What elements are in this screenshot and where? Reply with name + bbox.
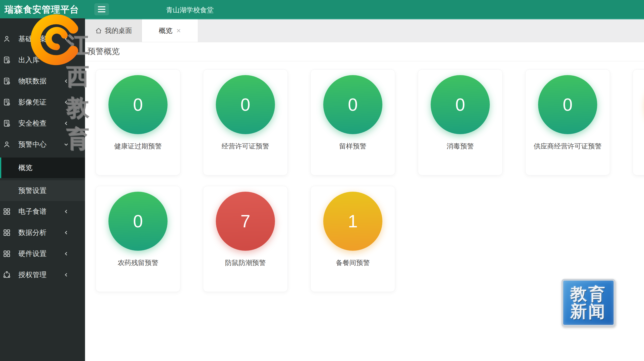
tab-label: 我的桌面	[105, 26, 132, 35]
warning-card-备餐间预警[interactable]: 1备餐间预警	[310, 186, 395, 292]
sidebar-item-label: 授权管理	[18, 270, 47, 280]
warning-card-label: 健康证过期预警	[114, 142, 162, 151]
sidebar-item-5[interactable]: 预警中心	[0, 134, 85, 155]
sidebar-item-label: 预警中心	[18, 140, 47, 149]
chevron-left-icon	[63, 229, 69, 236]
warning-count-circle: 0	[216, 75, 275, 134]
chevron-down-icon	[63, 141, 69, 148]
warning-cards-row-2: 0农药残留预警7防鼠防潮预警1备餐间预警	[85, 186, 644, 292]
hamburger-menu-icon[interactable]	[94, 3, 109, 15]
sidebar-item-label: 物联数据	[18, 76, 47, 86]
sidebar-item-label: 数据分析	[18, 228, 47, 237]
warning-card-留样预警[interactable]: 0留样预警	[310, 69, 395, 175]
canteen-name: 青山湖学校食堂	[166, 6, 214, 15]
warning-card-label: 备餐间预警	[336, 258, 370, 267]
warning-count: 0	[240, 95, 250, 115]
chevron-left-icon	[63, 208, 69, 215]
badge-line1: 教育	[570, 285, 607, 303]
warning-count-circle: 0	[431, 75, 490, 134]
warning-card-partial[interactable]	[633, 69, 644, 175]
warning-count: 0	[133, 211, 143, 231]
warning-card-label: 农药残留预警	[118, 258, 158, 267]
sidebar-item-1[interactable]: 出入库	[0, 49, 85, 71]
main-content: 预警概览 0健康证过期预警0经营许可证预警0留样预警0消毒预警0供应商经营许可证…	[85, 41, 644, 361]
warning-count: 1	[348, 211, 358, 231]
sidebar-item-0[interactable]: 基础档案	[0, 28, 85, 49]
share-icon	[3, 271, 11, 279]
warning-card-农药残留预警[interactable]: 0农药残留预警	[96, 186, 180, 292]
tab-bar: 我的桌面概览×	[85, 18, 644, 42]
warning-count-circle: 0	[538, 75, 597, 134]
grid-icon	[3, 249, 11, 258]
sidebar: 基础档案出入库物联数据影像凭证安全检查预警中心概览预警设置电子食谱数据分析硬件设…	[0, 18, 85, 361]
sidebar-subitem-概览[interactable]: 概览	[0, 158, 85, 178]
warning-card-供应商经营许可证预警[interactable]: 0供应商经营许可证预警	[525, 69, 610, 175]
sidebar-subitem-预警设置[interactable]: 预警设置	[0, 180, 85, 201]
sidebar-item-label: 安全检查	[18, 119, 47, 128]
warning-card-健康证过期预警[interactable]: 0健康证过期预警	[96, 69, 180, 175]
chevron-left-icon	[63, 272, 69, 278]
close-icon[interactable]: ×	[176, 26, 181, 35]
grid-icon	[3, 207, 11, 216]
doc-icon	[3, 98, 11, 107]
home-icon	[95, 27, 102, 34]
sidebar-subitem-label: 概览	[18, 163, 32, 173]
warning-card-label: 消毒预警	[447, 142, 474, 151]
doc-icon	[3, 119, 11, 128]
sidebar-item-label: 影像凭证	[18, 97, 47, 107]
chevron-left-icon	[63, 99, 69, 106]
badge-line2: 新闻	[570, 303, 607, 320]
sidebar-item-8[interactable]: 硬件设置	[0, 243, 85, 264]
app-title: 瑞森食安管理平台	[5, 4, 79, 16]
warning-count-circle: 0	[108, 75, 168, 134]
sidebar-item-6[interactable]: 电子食谱	[0, 201, 85, 222]
warning-card-label: 供应商经营许可证预警	[534, 142, 602, 151]
sidebar-item-2[interactable]: 物联数据	[0, 71, 85, 92]
tab-概览[interactable]: 概览×	[142, 19, 198, 42]
warning-card-经营许可证预警[interactable]: 0经营许可证预警	[203, 69, 288, 175]
sidebar-item-3[interactable]: 影像凭证	[0, 92, 85, 113]
title-divider	[85, 61, 644, 61]
warning-count-circle: 0	[108, 192, 168, 251]
tab-我的桌面[interactable]: 我的桌面	[85, 19, 142, 42]
sidebar-item-label: 基础档案	[18, 34, 47, 44]
sidebar-item-9[interactable]: 授权管理	[0, 264, 85, 285]
chevron-left-icon	[63, 57, 69, 63]
sidebar-item-label: 电子食谱	[18, 207, 47, 216]
warning-card-label: 经营许可证预警	[222, 142, 269, 151]
grid-icon	[3, 228, 11, 237]
warning-card-防鼠防潮预警[interactable]: 7防鼠防潮预警	[203, 186, 288, 292]
warning-count-circle: 0	[323, 75, 382, 134]
chevron-left-icon	[63, 36, 69, 42]
warning-count: 0	[455, 95, 465, 115]
warning-card-label: 留样预警	[339, 142, 367, 151]
education-news-badge: 教育 新闻	[561, 279, 615, 327]
doc-icon	[3, 56, 11, 64]
doc-icon	[3, 77, 11, 85]
warning-card-label: 防鼠防潮预警	[225, 258, 266, 267]
sidebar-subitem-label: 预警设置	[18, 186, 47, 195]
user-icon	[3, 140, 11, 149]
sidebar-item-7[interactable]: 数据分析	[0, 222, 85, 243]
warning-cards-row-1: 0健康证过期预警0经营许可证预警0留样预警0消毒预警0供应商经营许可证预警	[85, 69, 644, 175]
chevron-left-icon	[63, 250, 69, 257]
chevron-left-icon	[63, 78, 69, 84]
warning-count: 0	[563, 95, 573, 115]
sidebar-item-label: 硬件设置	[18, 249, 47, 259]
warning-count: 0	[348, 95, 358, 115]
tab-label: 概览	[159, 26, 172, 35]
sidebar-item-label: 出入库	[18, 55, 39, 65]
warning-count: 7	[240, 211, 250, 231]
warning-card-消毒预警[interactable]: 0消毒预警	[418, 69, 503, 175]
chevron-left-icon	[63, 120, 69, 127]
warning-count: 0	[133, 95, 143, 115]
top-bar: 瑞森食安管理平台 青山湖学校食堂	[0, 0, 644, 18]
warning-count-circle: 1	[323, 192, 382, 251]
user-icon	[3, 35, 11, 43]
sidebar-item-4[interactable]: 安全检查	[0, 113, 85, 134]
page-title: 预警概览	[88, 46, 644, 57]
sidebar-menu: 基础档案出入库物联数据影像凭证安全检查预警中心概览预警设置电子食谱数据分析硬件设…	[0, 18, 85, 285]
warning-count-circle: 7	[216, 192, 275, 251]
